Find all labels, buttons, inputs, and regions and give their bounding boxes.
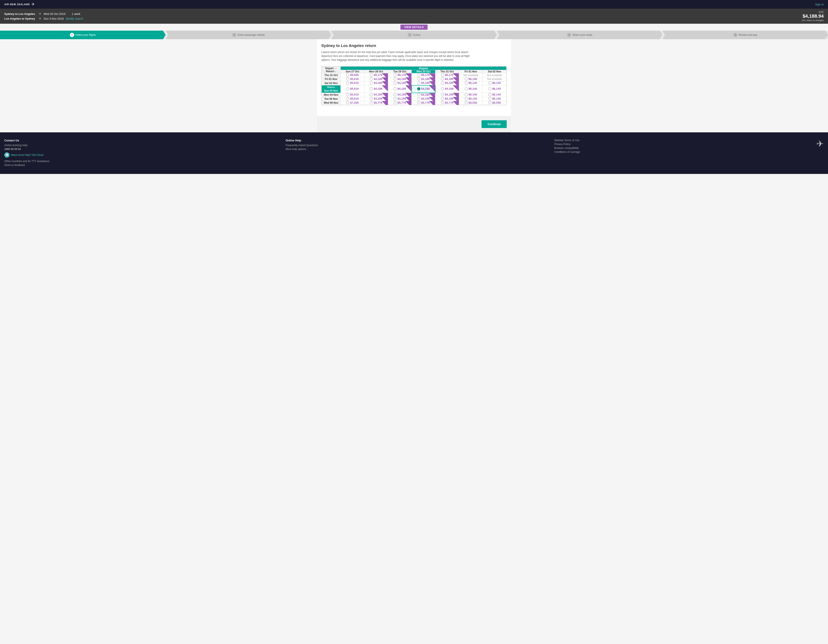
price-cell-r1-c2[interactable]: $4,189 [388, 77, 412, 81]
price-radio-label[interactable]: $4,189 [441, 77, 453, 81]
price-cell-r2-c1[interactable]: $4,189 [364, 81, 388, 85]
price-radio-label[interactable]: $5,778 [441, 101, 453, 104]
price-cell-r3-c5[interactable]: $6,140 [459, 85, 483, 93]
price-radio-input[interactable] [417, 101, 420, 104]
price-radio-label[interactable]: $4,189 [394, 87, 406, 90]
price-radio-input[interactable] [394, 93, 397, 96]
price-cell-r0-c3[interactable]: $8,176 [412, 73, 435, 77]
price-radio-label[interactable]: $4,189 [370, 87, 382, 90]
more-help-link[interactable]: More help options [285, 147, 318, 150]
price-radio-input[interactable] [394, 101, 397, 104]
price-radio-label[interactable]: $6,140 [488, 93, 501, 96]
price-radio-input[interactable] [394, 77, 397, 80]
price-radio-label[interactable]: $4,189 [417, 87, 430, 90]
price-radio-input[interactable] [346, 87, 349, 90]
price-radio-input[interactable] [346, 101, 349, 104]
price-radio-label[interactable]: $7,208 [346, 101, 359, 104]
browser-compat-link[interactable]: Browser compatibility [554, 147, 580, 150]
price-cell-r4-c5[interactable]: $6,140 [459, 93, 483, 97]
price-radio-label[interactable]: $6,140 [488, 97, 501, 100]
price-radio-input[interactable] [417, 74, 420, 77]
price-radio-input[interactable] [346, 77, 349, 80]
price-radio-input[interactable] [394, 74, 397, 77]
price-radio-input[interactable] [370, 97, 373, 100]
price-cell-r1-c0[interactable]: $5,619 [340, 77, 364, 81]
price-radio-input[interactable] [370, 93, 373, 96]
price-radio-label[interactable]: $5,619 [346, 97, 359, 100]
price-radio-input[interactable] [346, 97, 349, 100]
price-radio-input[interactable] [441, 77, 444, 80]
price-radio-input[interactable] [370, 81, 373, 85]
price-radio-input[interactable] [370, 77, 373, 80]
price-radio-input[interactable] [346, 93, 349, 96]
price-radio-input[interactable] [417, 97, 420, 100]
price-radio-label[interactable]: $4,189 [417, 81, 430, 85]
price-radio-label[interactable]: $4,189 [441, 81, 453, 85]
price-cell-r3-c3[interactable]: $4,189 [412, 85, 435, 93]
price-cell-r5-c4[interactable]: $4,189 [435, 97, 459, 101]
price-radio-label[interactable]: $6,140 [465, 87, 477, 90]
price-cell-r4-c4[interactable]: $4,189 [435, 93, 459, 97]
conditions-link[interactable]: Conditions of Carriage [554, 150, 580, 154]
price-radio-label[interactable]: $6,140 [465, 77, 477, 81]
price-radio-input[interactable] [370, 87, 373, 90]
price-cell-r6-c2[interactable]: $5,778 [388, 101, 412, 105]
price-cell-r5-c0[interactable]: $5,619 [340, 97, 364, 101]
price-radio-input[interactable] [441, 87, 444, 90]
price-radio-label[interactable]: $5,778 [394, 101, 406, 104]
price-radio-input[interactable] [488, 81, 491, 85]
price-radio-label[interactable]: $6,140 [465, 81, 477, 85]
price-radio-label[interactable]: $4,189 [370, 81, 382, 85]
price-radio-input[interactable] [441, 81, 444, 85]
price-radio-label[interactable]: $4,189 [417, 77, 430, 81]
terms-link[interactable]: Website Terms of Use [554, 139, 580, 142]
price-radio-label[interactable]: $4,189 [370, 93, 382, 96]
price-radio-input[interactable] [394, 81, 397, 85]
price-radio-label[interactable]: $5,619 [346, 93, 359, 96]
depart-date-header-3[interactable]: Wed 30 Oct [412, 70, 435, 73]
price-radio-input[interactable] [394, 97, 397, 100]
privacy-link[interactable]: Privacy Policy [554, 143, 580, 146]
price-radio-input[interactable] [465, 97, 468, 100]
price-cell-r2-c0[interactable]: $5,619 [340, 81, 364, 85]
price-radio-label[interactable]: $4,189 [441, 93, 453, 96]
price-cell-r3-c2[interactable]: $4,189 [388, 85, 412, 93]
send-feedback-link[interactable]: Send us feedback [4, 164, 49, 167]
price-radio-label[interactable]: $8,176 [370, 73, 382, 77]
price-radio-label[interactable]: $4,189 [370, 97, 382, 100]
price-cell-r4-c1[interactable]: $4,189 [364, 93, 388, 97]
depart-date-header-1[interactable]: Mon 28 Oct [364, 70, 388, 73]
price-radio-input[interactable] [441, 97, 444, 100]
view-details-button[interactable]: VIEW DETAILS [400, 25, 428, 30]
price-cell-r6-c6[interactable]: $8,508 [483, 101, 507, 105]
price-radio-label[interactable]: $4,189 [370, 77, 382, 81]
price-radio-label[interactable]: $4,189 [417, 97, 430, 100]
price-cell-r6-c4[interactable]: $5,778 [435, 101, 459, 105]
price-cell-r2-c2[interactable]: $4,189 [388, 81, 412, 85]
price-radio-input[interactable] [417, 87, 420, 90]
price-cell-r3-c6[interactable]: $6,140 [483, 85, 507, 93]
price-radio-input[interactable] [465, 93, 468, 96]
price-cell-r6-c1[interactable]: $5,778 [364, 101, 388, 105]
price-radio-input[interactable] [488, 93, 491, 96]
price-radio-label[interactable]: $6,140 [465, 93, 477, 96]
price-radio-label[interactable]: $4,189 [394, 77, 406, 81]
price-radio-label[interactable]: $5,619 [346, 77, 359, 81]
price-cell-r6-c0[interactable]: $7,208 [340, 101, 364, 105]
price-radio-label[interactable]: $4,189 [394, 93, 406, 96]
price-radio-label[interactable]: $4,189 [394, 81, 406, 85]
price-radio-input[interactable] [417, 81, 420, 85]
price-radio-input[interactable] [488, 87, 491, 90]
depart-date-header-2[interactable]: Tue 29 Oct [388, 70, 412, 73]
depart-date-header-6[interactable]: Sat 02 Nov [483, 70, 507, 73]
price-radio-label[interactable]: $4,189 [441, 97, 453, 100]
price-radio-input[interactable] [465, 87, 468, 90]
price-radio-label[interactable]: $4,189 [417, 93, 430, 96]
price-radio-label[interactable]: $6,140 [488, 87, 501, 90]
price-cell-r5-c3[interactable]: $4,189 [412, 97, 435, 101]
price-radio-input[interactable] [488, 97, 491, 100]
price-cell-r4-c3[interactable]: $4,189 [412, 93, 435, 97]
price-cell-r0-c4[interactable]: $8,176 [435, 73, 459, 77]
price-radio-input[interactable] [441, 74, 444, 77]
faq-link[interactable]: Frequently Asked Questions [285, 144, 318, 147]
